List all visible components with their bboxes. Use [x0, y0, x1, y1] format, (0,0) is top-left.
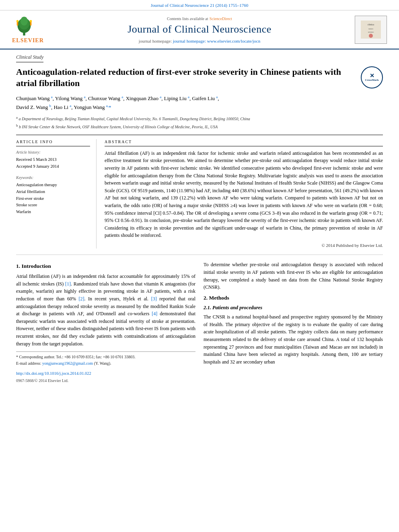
elsevier-label: ELSEVIER [12, 37, 44, 45]
body-right-column: To determine whether pre-stroke oral ant… [204, 261, 383, 384]
journal-title: Journal of Clinical Neuroscience [44, 22, 355, 37]
article-type: Clinical Study [16, 54, 43, 62]
intro-paragraph-2: To determine whether pre-stroke oral ant… [204, 261, 383, 291]
abstract-text: Atrial fibrillation (AF) is an independe… [105, 150, 383, 239]
received-date: Received 5 March 2013 [16, 157, 90, 163]
svg-point-6 [16, 20, 19, 23]
corresponding-author: * Corresponding author. Tel.: +86 10 670… [16, 354, 195, 360]
doi-area: http://dx.doi.org/10.1016/j.jocn.2014.01… [16, 370, 195, 384]
sciencedirect-notice: Contents lists available at ScienceDirec… [44, 15, 355, 22]
methods-heading: 2. Methods [204, 294, 383, 302]
journal-homepage: journal homepage: journal homepage: www.… [44, 38, 355, 44]
journal-citation: Journal of Clinical Neuroscience 21 (201… [0, 0, 399, 10]
journal-cover-image: clinica neuro science [355, 16, 387, 44]
content-area: Clinical Study Anticoagulation-related r… [0, 49, 399, 392]
body-left-column: 1. Introduction Atrial fibrillation (AF)… [16, 261, 195, 384]
article-info-panel: ARTICLE INFO Article history: Received 5… [16, 139, 97, 249]
svg-point-12 [369, 34, 373, 38]
article-title: Anticoagulation-related reduction of fir… [16, 66, 383, 89]
affiliation-a: a a Department of Neurology, Beijing Tia… [16, 115, 383, 122]
svg-point-3 [21, 17, 28, 26]
abstract-label: ABSTRACT [105, 139, 383, 146]
svg-text:science: science [368, 31, 374, 33]
affiliation-b: b b INI Stroke Center & Stroke Network, … [16, 123, 383, 130]
section-divider [16, 255, 383, 255]
copyright-notice: © 2014 Published by Elsevier Ltd. [105, 242, 383, 249]
footnote-area: * Corresponding author. Tel.: +86 10 670… [16, 351, 195, 366]
doi-link[interactable]: http://dx.doi.org/10.1016/j.jocn.2014.01… [16, 371, 91, 376]
keyword-1: Anticoagulation therapy [16, 182, 90, 188]
svg-point-7 [30, 20, 32, 23]
accepted-date: Accepted 9 January 2014 [16, 164, 90, 170]
intro-paragraph-1: Atrial fibrillation (AF) is an independe… [16, 273, 195, 347]
issn-text: 0967-5868/© 2014 Elsevier Ltd. [16, 378, 68, 383]
keywords-label: Keywords: [16, 175, 90, 181]
keyword-2: Atrial fibrillation [16, 189, 90, 195]
keyword-5: Warfarin [16, 209, 90, 215]
keyword-4: Stroke score [16, 202, 90, 208]
elsevier-tree-icon [12, 14, 36, 37]
svg-rect-4 [17, 22, 19, 26]
methods-paragraph-1: The CNSR is a national hospital-based an… [204, 313, 383, 366]
elsevier-logo: ELSEVIER [12, 14, 44, 45]
keyword-3: First-ever stroke [16, 196, 90, 202]
header-center: Contents lists available at ScienceDirec… [44, 15, 355, 44]
keywords-section: Keywords: Anticoagulation therapy Atrial… [16, 175, 90, 215]
article-info-abstract: ARTICLE INFO Article history: Received 5… [16, 135, 383, 249]
abstract-panel: ABSTRACT Atrial fibrillation (AF) is an … [105, 139, 383, 249]
svg-text:neuro: neuro [368, 28, 373, 30]
journal-cover-icon: clinica neuro science [361, 21, 381, 39]
history-label: Article history: [16, 150, 90, 155]
crossmark-badge[interactable]: ✕ CrossMark [361, 66, 383, 88]
methods-sub-heading: 2.1. Patients and procedures [204, 304, 383, 312]
journal-header: ELSEVIER Contents lists available at Sci… [0, 10, 399, 49]
body-content: 1. Introduction Atrial fibrillation (AF)… [16, 261, 383, 384]
authors-list: Chunjuan Wang a, Yilong Wang a, Chunxue … [16, 94, 383, 112]
intro-heading: 1. Introduction [16, 263, 195, 270]
svg-text:clinica: clinica [368, 23, 374, 26]
email-address: E-mail address: yongjunwang1962@gmail.co… [16, 361, 195, 366]
affiliations: a a Department of Neurology, Beijing Tia… [16, 115, 383, 130]
svg-rect-5 [30, 22, 32, 26]
article-info-label: ARTICLE INFO [16, 139, 90, 146]
